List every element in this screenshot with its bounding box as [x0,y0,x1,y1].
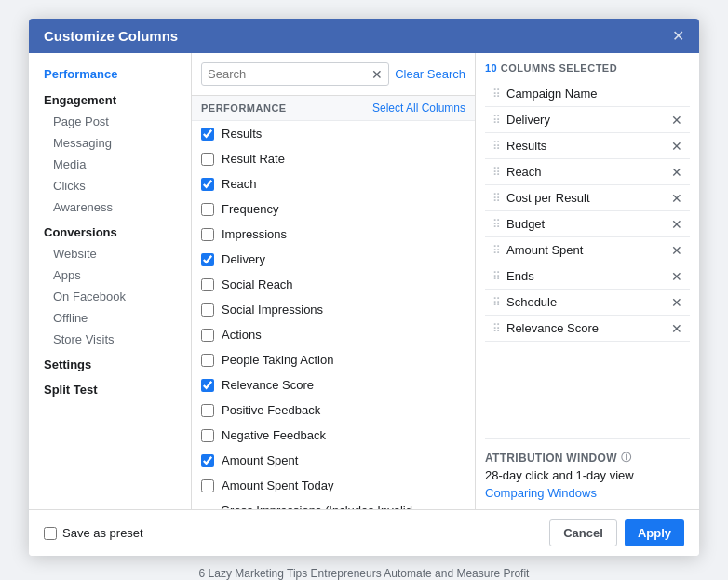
checkbox-positive-feedback[interactable] [201,404,214,417]
sidebar-subitem-media[interactable]: Media [29,154,191,175]
attribution-title: ATTRIBUTION WINDOW ⓘ [485,451,690,465]
selected-item-schedule[interactable]: ⠿ Schedule ✕ [485,290,690,316]
sidebar-subitem-clicks[interactable]: Clicks [29,175,191,196]
remove-results-button[interactable]: ✕ [671,140,682,153]
column-item-gross-impressions[interactable]: Gross Impressions (Includes Invalid Impr… [192,498,475,509]
remove-cost-per-result-button[interactable]: ✕ [671,192,682,205]
column-items: Results Result Rate Reach Frequency [192,121,475,509]
checkbox-relevance-score[interactable] [201,379,214,392]
selected-item-campaign-name[interactable]: ⠿ Campaign Name [485,81,690,107]
checkbox-actions[interactable] [201,329,214,342]
checkbox-amount-spent[interactable] [201,454,214,467]
column-item-negative-feedback[interactable]: Negative Feedback [192,423,475,448]
column-item-result-rate[interactable]: Result Rate [192,146,475,171]
sidebar-subitem-on-facebook[interactable]: On Facebook [29,286,191,307]
column-label-frequency: Frequency [222,202,278,216]
selected-item-delivery[interactable]: ⠿ Delivery ✕ [485,107,690,133]
sidebar-item-settings[interactable]: Settings [29,350,191,375]
drag-handle-delivery: ⠿ [492,114,501,127]
search-input[interactable] [208,67,371,81]
column-item-positive-feedback[interactable]: Positive Feedback [192,398,475,423]
selected-count: 10 [485,62,497,74]
comparing-windows-link[interactable]: Comparing Windows [485,486,597,500]
remove-schedule-button[interactable]: ✕ [671,296,682,309]
column-item-actions[interactable]: Actions [192,322,475,347]
checkbox-reach[interactable] [201,178,214,191]
modal-close-button[interactable]: ✕ [672,29,684,44]
column-item-results[interactable]: Results [192,121,475,146]
column-item-frequency[interactable]: Frequency [192,196,475,222]
drag-handle-schedule: ⠿ [492,296,501,309]
remove-delivery-button[interactable]: ✕ [671,114,682,127]
selected-label-budget: Budget [506,217,666,231]
sidebar-subitem-messaging[interactable]: Messaging [29,132,191,154]
column-list-header: ✕ Clear Search [192,53,475,96]
apply-button[interactable]: Apply [625,519,684,546]
drag-handle-ends: ⠿ [492,270,501,283]
column-label-social-impressions: Social Impressions [222,303,323,317]
column-item-social-impressions[interactable]: Social Impressions [192,297,475,322]
drag-handle-cost-per-result: ⠿ [492,192,501,205]
checkbox-people-taking-action[interactable] [201,354,214,367]
checkbox-negative-feedback[interactable] [201,429,214,442]
selected-item-cost-per-result[interactable]: ⠿ Cost per Result ✕ [485,185,690,211]
drag-handle-campaign-name: ⠿ [492,88,501,101]
checkbox-result-rate[interactable] [201,153,214,166]
checkbox-frequency[interactable] [201,203,214,216]
column-item-people-taking-action[interactable]: People Taking Action [192,347,475,372]
column-item-amount-spent[interactable]: Amount Spent [192,448,475,473]
sidebar-subitem-awareness[interactable]: Awareness [29,196,191,218]
sidebar-item-conversions[interactable]: Conversions [29,218,191,243]
selected-item-results[interactable]: ⠿ Results ✕ [485,133,690,159]
footer-buttons: Cancel Apply [549,519,684,546]
column-item-impressions[interactable]: Impressions [192,222,475,247]
checkbox-impressions[interactable] [201,228,214,241]
remove-amount-spent-button[interactable]: ✕ [671,244,682,257]
selected-item-relevance-score[interactable]: ⠿ Relevance Score ✕ [485,316,690,342]
sidebar-subitem-offline[interactable]: Offline [29,307,191,329]
column-item-relevance-score[interactable]: Relevance Score [192,372,475,398]
column-list: ✕ Clear Search PERFORMANCE Select All Co… [192,53,476,509]
remove-ends-button[interactable]: ✕ [671,270,682,283]
drag-handle-results: ⠿ [492,140,501,153]
remove-budget-button[interactable]: ✕ [671,218,682,231]
sidebar-item-performance[interactable]: Performance [29,62,191,86]
save-preset-label[interactable]: Save as preset [44,526,143,540]
select-all-button[interactable]: Select All Columns [372,101,465,115]
section-label: PERFORMANCE [201,102,287,114]
checkbox-delivery[interactable] [201,253,214,266]
search-clear-button[interactable]: ✕ [371,68,383,81]
info-icon: ⓘ [621,451,631,465]
selected-label-results: Results [506,139,666,153]
clear-search-button[interactable]: Clear Search [395,67,465,81]
column-label-amount-spent-today: Amount Spent Today [222,479,333,492]
modal-footer: Save as preset Cancel Apply [29,509,699,556]
sidebar-subitem-page-post[interactable]: Page Post [29,111,191,132]
column-label-gross-impressions: Gross Impressions (Includes Invalid Impr… [221,504,465,509]
modal-header: Customize Columns ✕ [29,19,699,53]
cancel-button[interactable]: Cancel [549,519,617,546]
remove-reach-button[interactable]: ✕ [671,166,682,179]
column-label-result-rate: Result Rate [222,152,285,166]
checkbox-results[interactable] [201,128,214,141]
sidebar-subitem-apps[interactable]: Apps [29,264,191,286]
column-item-amount-spent-today[interactable]: Amount Spent Today [192,473,475,498]
sidebar-item-split-test[interactable]: Split Test [29,375,191,400]
selected-item-ends[interactable]: ⠿ Ends ✕ [485,263,690,290]
remove-relevance-score-button[interactable]: ✕ [671,322,682,335]
sidebar-item-engagement[interactable]: Engagement [29,86,191,111]
selected-item-amount-spent[interactable]: ⠿ Amount Spent ✕ [485,237,690,263]
save-preset-checkbox[interactable] [44,527,57,540]
column-item-delivery[interactable]: Delivery [192,247,475,272]
checkbox-social-reach[interactable] [201,278,214,291]
selected-item-budget[interactable]: ⠿ Budget ✕ [485,211,690,237]
checkbox-social-impressions[interactable] [201,303,214,317]
column-item-social-reach[interactable]: Social Reach [192,272,475,297]
column-item-reach[interactable]: Reach [192,171,475,196]
selected-label-ends: Ends [506,269,666,283]
selected-item-reach[interactable]: ⠿ Reach ✕ [485,159,690,185]
checkbox-amount-spent-today[interactable] [201,479,214,492]
sidebar-subitem-store-visits[interactable]: Store Visits [29,329,191,350]
selected-header-label: COLUMNS SELECTED [501,62,617,74]
sidebar-subitem-website[interactable]: Website [29,243,191,264]
